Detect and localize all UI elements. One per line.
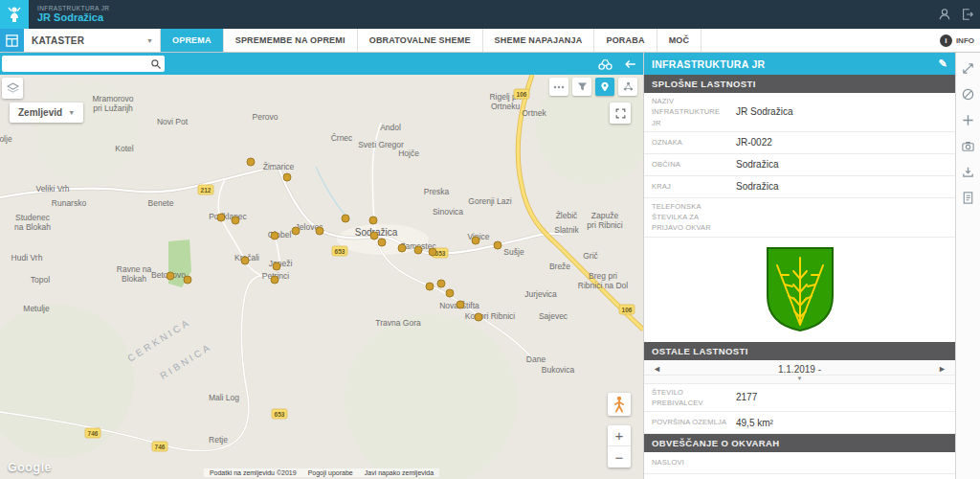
chevron-down-icon: ▼ <box>68 109 75 116</box>
prev-date-arrow[interactable]: ◄ <box>650 364 664 374</box>
other-fields: ŠTEVILO PREBIVALCEV2177POVRŠINA OZEMLJA4… <box>644 384 955 435</box>
map-place-label: Zapuže <box>591 211 619 220</box>
map-canvas[interactable]: CERKNICARIBNICA Mramorovopri LužarijhNov… <box>0 75 643 479</box>
map-marker[interactable] <box>342 215 349 222</box>
field-label: ŠTEVILO PREBIVALCEV <box>652 387 736 409</box>
map-place-label: Hudi Vrh <box>11 253 43 262</box>
tab-poraba[interactable]: PORABA <box>594 29 657 52</box>
map-marker[interactable] <box>472 237 479 244</box>
map-marker[interactable] <box>316 227 323 235</box>
field-row: OZNAKAJR-0022 <box>644 132 955 154</box>
info-button[interactable]: i INFO <box>940 29 980 52</box>
map-place-label: Ribnici na Dol <box>578 281 629 290</box>
layers-button[interactable] <box>2 78 23 99</box>
photo-button[interactable] <box>960 137 977 154</box>
map-marker[interactable] <box>494 241 501 249</box>
map-marker[interactable] <box>283 173 291 181</box>
map-marker[interactable] <box>167 272 174 280</box>
map-marker[interactable] <box>271 232 278 240</box>
map-place-label: Novi Pot <box>157 117 189 126</box>
panel-header: INFRASTRUKTURA JR ✎ <box>644 53 955 75</box>
tab-obratovalne-sheme[interactable]: OBRATOVALNE SHEME <box>358 29 483 52</box>
field-label: OZNAKA <box>652 137 736 148</box>
field-value: JR Sodražica <box>736 106 792 117</box>
field-value: 2177 <box>736 392 757 402</box>
field-value: Sodražica <box>736 181 778 192</box>
date-range-row: ◄ 1.1.2019 - ► <box>644 360 955 376</box>
map-marker[interactable] <box>370 232 378 240</box>
app-logo[interactable] <box>0 0 29 29</box>
download-icon <box>961 165 975 179</box>
logout-icon[interactable] <box>961 8 974 21</box>
map-search-bar <box>0 53 643 75</box>
disable-button[interactable] <box>960 85 977 103</box>
app-window: INFRASTRUKTURA JR JR Sodražica KATASTER … <box>0 0 980 479</box>
tab-oprema[interactable]: OPREMA <box>161 29 224 52</box>
location-pin-button[interactable] <box>595 78 614 96</box>
map-marker[interactable] <box>241 257 249 264</box>
cluster-button[interactable] <box>618 78 637 96</box>
layers-icon <box>6 81 20 96</box>
map-type-button[interactable]: Zemljevid ▼ <box>10 103 83 123</box>
map-place-label: Žlebič <box>556 211 578 220</box>
user-icon[interactable] <box>938 8 951 21</box>
map-place-label: Grič <box>583 251 598 261</box>
add-button[interactable] <box>960 111 977 128</box>
map-marker[interactable] <box>429 248 436 256</box>
zoom-in-button[interactable]: + <box>608 425 631 446</box>
import-button[interactable] <box>960 163 977 180</box>
map-marker[interactable] <box>378 239 386 246</box>
next-date-arrow[interactable]: ► <box>935 364 949 374</box>
map-marker[interactable] <box>217 214 225 221</box>
map-marker[interactable] <box>414 246 422 254</box>
search-icon[interactable] <box>147 58 165 70</box>
dots-icon <box>553 85 565 89</box>
map-marker[interactable] <box>437 280 445 287</box>
field-label: NASLOVI <box>652 457 736 468</box>
searchbar-tools <box>597 57 637 71</box>
expand-icon <box>961 61 975 76</box>
edit-icon[interactable]: ✎ <box>938 57 947 70</box>
map-marker[interactable] <box>457 301 464 308</box>
search-input[interactable] <box>2 57 147 71</box>
filter-button[interactable] <box>572 78 591 96</box>
tab-spremembe-na-opremi[interactable]: SPREMEMBE NA OPREMI <box>224 29 358 52</box>
more-options-button[interactable] <box>549 78 568 96</box>
top-header: INFRASTRUKTURA JR JR Sodražica <box>0 0 980 29</box>
map-place-label: Runarsko <box>52 198 87 208</box>
zoom-out-button[interactable]: − <box>608 446 631 468</box>
map-marker[interactable] <box>475 313 482 321</box>
main-content: CERKNICARIBNICA Mramorovopri LužarijhNov… <box>0 53 980 479</box>
report-button[interactable] <box>960 189 977 206</box>
module-selector[interactable]: KATASTER ▼ <box>0 29 161 52</box>
map-place-label: Jurjevica <box>524 289 557 299</box>
road-badge-label: 106 <box>517 91 527 98</box>
attribution-terms[interactable]: Pogoji uporabe <box>308 469 353 476</box>
map-viewport[interactable]: CERKNICARIBNICA Mramorovopri LužarijhNov… <box>0 75 643 479</box>
field-label: KRAJ <box>652 181 736 192</box>
map-attribution: Podatki na zemljevidu ©2019 Pogoji upora… <box>204 468 439 477</box>
map-marker[interactable] <box>184 276 191 284</box>
map-marker[interactable] <box>446 289 454 297</box>
map-marker[interactable] <box>398 244 406 252</box>
map-marker[interactable] <box>292 227 300 235</box>
map-marker[interactable] <box>232 217 239 224</box>
binoculars-icon[interactable] <box>597 57 613 71</box>
attribution-report[interactable]: Javi napako zemljevida <box>365 469 434 476</box>
tab-sheme-napajanja[interactable]: SHEME NAPAJANJA <box>483 29 595 52</box>
pegman-button[interactable] <box>608 393 631 416</box>
map-marker[interactable] <box>247 158 255 166</box>
map-marker[interactable] <box>426 283 434 290</box>
map-place-label: olje <box>0 134 12 144</box>
camera-icon <box>961 139 975 153</box>
map-marker[interactable] <box>369 217 377 224</box>
date-expand-caret[interactable]: ▼ <box>644 376 955 384</box>
expand-button[interactable] <box>960 59 977 77</box>
back-arrow-icon[interactable] <box>623 57 637 71</box>
map-marker[interactable] <box>271 276 278 284</box>
tab-moč[interactable]: MOČ <box>657 29 702 52</box>
map-marker[interactable] <box>273 262 280 270</box>
kataster-icon <box>0 29 24 52</box>
fullscreen-icon <box>614 107 627 120</box>
fullscreen-button[interactable] <box>610 103 631 124</box>
